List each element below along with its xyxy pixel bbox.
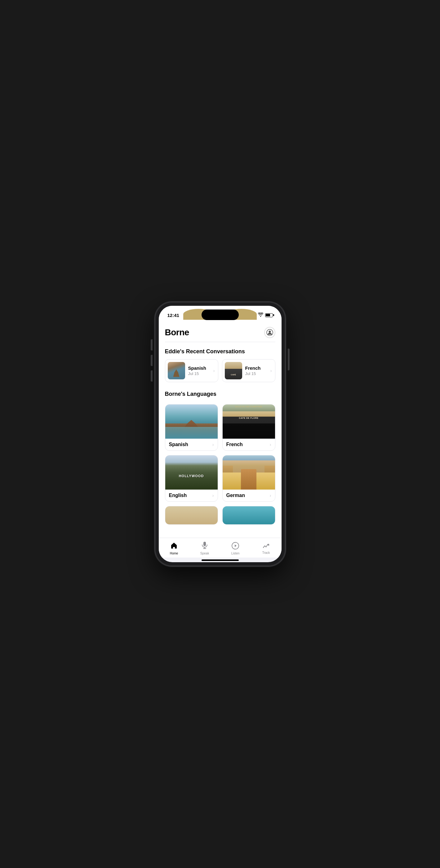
nav-listen[interactable]: Listen [226,541,245,556]
svg-rect-2 [203,542,206,546]
dynamic-island [202,310,239,320]
microphone-icon [202,542,208,551]
recent-card-french-chevron: › [270,368,272,373]
language-card-spanish-label: Spanish › [165,439,218,451]
language-card-german-image [223,456,275,490]
app-header: Borne [159,322,281,342]
languages-section: Borne's Languages [159,385,281,404]
nav-track-label: Track [262,551,270,554]
recent-card-spanish-info: Spanish Jul 15 [188,365,210,376]
svg-point-1 [269,331,271,333]
recent-card-spanish-image [168,362,185,379]
home-indicator [202,559,239,561]
recent-section-title: Eddie's Recent Conversations [165,348,275,355]
language-card-english-label: English › [165,490,218,501]
profile-button[interactable] [264,327,275,338]
language-card-spanish-image [165,404,218,439]
language-card-french[interactable]: SALLE AU 1ER CLIMATISÉE French › [222,404,275,451]
language-card-french-name: French [226,442,243,447]
recent-section: Eddie's Recent Conversations Spanish Jul… [159,342,281,385]
language-card-english-image [165,456,218,490]
recent-card-spanish-date: Jul 15 [188,371,210,376]
nav-speak-label: Speak [200,552,209,555]
language-card-english-chevron: › [212,493,214,498]
recent-card-french-date: Jul 15 [245,371,267,376]
language-card-partial2[interactable] [222,506,275,525]
recent-card-french-name: French [245,365,267,371]
nav-home-label: Home [170,552,178,555]
language-card-spanish[interactable]: Spanish › [165,404,218,451]
language-card-french-image: SALLE AU 1ER CLIMATISÉE [223,404,275,439]
languages-section-title: Borne's Languages [165,391,275,397]
language-card-spanish-chevron: › [212,442,214,447]
nav-home[interactable]: Home [165,541,183,556]
recent-card-spanish-chevron: › [213,368,215,373]
language-card-english-name: English [169,493,187,498]
wifi-icon [258,313,263,318]
phone-screen: 12:41 [159,306,281,562]
nav-speak[interactable]: Speak [195,540,214,556]
recent-cards-container: Spanish Jul 15 › French Jul 15 › [165,359,275,382]
play-circle-icon [232,542,239,551]
language-card-german-name: German [226,493,245,498]
language-card-german-chevron: › [270,493,271,498]
recent-card-spanish[interactable]: Spanish Jul 15 › [165,359,218,382]
nav-track[interactable]: Track [257,541,275,556]
language-card-partial1[interactable] [165,506,218,525]
french-card-subtitle: SALLE AU 1ER CLIMATISÉE [235,406,262,408]
bottom-nav: Home Speak [159,538,281,558]
language-card-partial1-image [165,506,218,524]
language-card-french-label: French › [223,439,275,451]
status-time: 12:41 [167,313,179,318]
app-content: Borne Eddie's Recent Conversations [159,322,281,538]
home-icon [171,542,177,551]
nav-listen-label: Listen [231,552,240,555]
phone-frame: 12:41 [155,302,285,566]
language-card-spanish-name: Spanish [169,442,188,447]
language-card-german[interactable]: German › [222,455,275,502]
battery-icon [265,313,273,317]
language-card-english[interactable]: English › [165,455,218,502]
recent-card-spanish-name: Spanish [188,365,210,371]
app-title: Borne [165,328,189,337]
recent-card-french-image [225,362,242,379]
language-card-german-label: German › [223,490,275,501]
recent-card-french-info: French Jul 15 [245,365,267,376]
language-card-partial2-image [223,506,275,524]
language-grid: Spanish › SALLE AU 1ER CLIMATISÉE French… [159,404,281,530]
language-card-french-chevron: › [270,442,271,447]
track-chart-icon [263,542,269,550]
recent-card-french[interactable]: French Jul 15 › [222,359,275,382]
